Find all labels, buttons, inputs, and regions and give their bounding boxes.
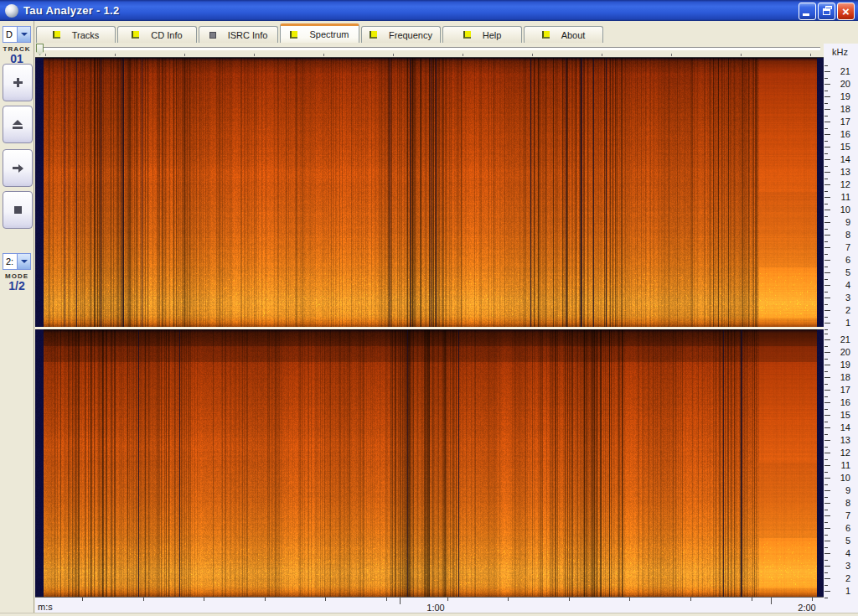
mode-select[interactable]: 2: — [3, 253, 31, 270]
time-tick — [812, 598, 813, 601]
freq-tick-minor — [824, 103, 828, 104]
time-tick — [265, 598, 266, 601]
add-button[interactable] — [3, 64, 33, 101]
ruler-tick — [741, 54, 742, 56]
freq-tick-minor — [824, 535, 828, 536]
titlebar: Tau Analyzer - 1.2 × — [0, 0, 858, 21]
drive-select[interactable]: D — [3, 26, 31, 43]
freq-tick-label: 5 — [834, 536, 850, 546]
freq-tick-label: 10 — [834, 474, 850, 483]
freq-tick-label: 12 — [834, 448, 850, 458]
freq-tick-major — [824, 478, 830, 479]
drive-select-value: D — [3, 27, 17, 42]
freq-tick-major — [824, 109, 830, 110]
next-button[interactable] — [3, 149, 33, 187]
tab-label: Spectrum — [309, 29, 349, 39]
freq-tick-label: 6 — [834, 256, 850, 265]
freq-tick-minor — [824, 522, 828, 523]
app-icon — [5, 4, 18, 18]
restore-button[interactable] — [818, 3, 835, 20]
freq-tick-major — [824, 377, 830, 378]
gray-square-icon — [209, 32, 216, 39]
freq-tick-minor — [824, 65, 828, 66]
chevron-down-icon — [21, 260, 28, 263]
tab-label: CD Info — [151, 30, 182, 40]
tab-help[interactable]: Help — [442, 26, 522, 43]
freq-tick-major — [824, 96, 830, 97]
freq-tick-major — [824, 365, 830, 365]
tab-label: Tracks — [72, 30, 100, 40]
dropdown-button[interactable] — [17, 27, 30, 42]
ruler-tick — [532, 54, 533, 56]
freq-tick-minor — [824, 292, 828, 292]
tab-isrc-info[interactable]: ISRC Info — [199, 26, 278, 43]
freq-tick-major — [824, 247, 830, 248]
freq-tick-major — [824, 528, 830, 529]
ruler-tick — [602, 54, 602, 56]
freq-tick-label: 2 — [834, 574, 850, 583]
freq-tick-minor — [824, 241, 828, 242]
freq-tick-major — [824, 172, 830, 173]
window-bottom-edge — [0, 613, 858, 616]
freq-tick-major — [824, 541, 830, 541]
dropdown-button[interactable] — [17, 254, 30, 269]
ruler-tick — [115, 54, 116, 56]
freq-tick-minor — [824, 346, 828, 347]
freq-tick-minor — [824, 334, 828, 334]
freq-tick-major — [824, 390, 830, 391]
freq-tick-label: 4 — [834, 281, 850, 290]
arrow-right-icon — [13, 164, 23, 173]
ruler-tick — [463, 54, 463, 56]
freq-tick-major — [824, 427, 830, 428]
freq-tick-major — [824, 285, 830, 286]
position-ruler — [35, 44, 824, 58]
tab-cd-info[interactable]: CD Info — [117, 26, 197, 43]
freq-tick-minor — [824, 497, 828, 498]
slider-thumb[interactable] — [36, 44, 44, 55]
time-axis: m:s 1:00 2:00 — [35, 597, 824, 613]
freq-tick-major — [824, 222, 830, 223]
stop-button[interactable] — [3, 191, 33, 229]
freq-tick-label: 3 — [834, 562, 850, 571]
minimize-button[interactable] — [799, 3, 816, 20]
tab-tracks[interactable]: Tracks — [36, 26, 116, 43]
freq-tick-major — [824, 465, 830, 466]
ruler-tick — [323, 54, 324, 56]
freq-tick-minor — [824, 572, 828, 573]
freq-tick-major — [824, 402, 830, 403]
freq-tick-major — [824, 84, 830, 85]
time-tick — [82, 598, 83, 601]
freq-tick-label: 9 — [834, 486, 850, 495]
freq-tick-label: 21 — [834, 335, 850, 344]
freq-tick-label: 1 — [834, 587, 850, 596]
time-tick — [204, 598, 204, 601]
freq-tick-minor — [824, 371, 828, 372]
freq-tick-minor — [824, 128, 828, 129]
eject-button[interactable] — [3, 106, 33, 143]
close-icon: × — [838, 3, 854, 19]
time-tick — [447, 598, 448, 601]
freq-tick-major — [824, 71, 830, 72]
tab-about[interactable]: About — [524, 26, 603, 43]
freq-tick-label: 6 — [834, 524, 850, 533]
freq-tick-major — [824, 134, 830, 135]
close-button[interactable]: × — [837, 3, 855, 20]
restore-icon — [823, 8, 830, 15]
tab-spectrum[interactable]: Spectrum — [280, 23, 359, 43]
freq-tick-minor — [824, 598, 828, 598]
freq-tick-major — [824, 184, 830, 185]
freq-tick-major — [824, 323, 830, 324]
ruler-tick — [45, 54, 46, 56]
freq-tick-major — [824, 591, 830, 592]
freq-tick-minor — [824, 267, 828, 267]
freq-tick-label: 9 — [834, 218, 850, 227]
freq-tick-label: 17 — [834, 386, 850, 395]
freq-tick-major — [824, 147, 830, 148]
app-window: Tau Analyzer - 1.2 × Tracks CD Info ISRC… — [0, 0, 858, 616]
time-tick — [143, 598, 144, 601]
freq-tick-label: 4 — [834, 549, 850, 558]
freq-tick-label: 15 — [834, 411, 850, 420]
tab-frequency[interactable]: Frequency — [361, 26, 441, 43]
freq-tick-major — [824, 235, 830, 236]
freq-tick-major — [824, 272, 830, 273]
